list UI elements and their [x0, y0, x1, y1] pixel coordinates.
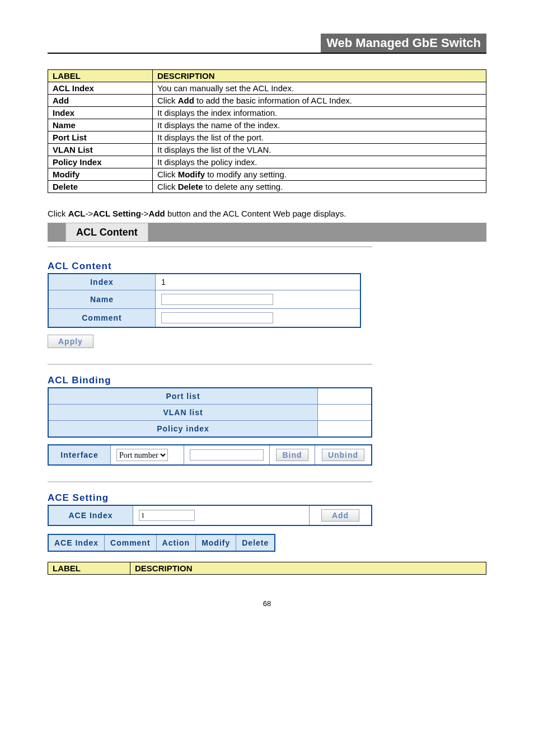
row-comment: Comment: [48, 309, 360, 328]
row-desc: Click Add to add the basic information o…: [153, 95, 486, 107]
section-title-acl-content: ACL Content: [48, 261, 486, 272]
cell-bind: Bind: [270, 445, 315, 465]
comment-input[interactable]: [161, 312, 273, 323]
row-label: Name: [48, 119, 153, 132]
divider: [48, 246, 372, 247]
label-description-table: LABEL DESCRIPTION ACL Index You can manu…: [48, 69, 486, 193]
th-description: DESCRIPTION: [153, 70, 486, 82]
ace-index-table: ACE Index Add: [48, 505, 372, 526]
row-desc: It displays the list of the port.: [153, 132, 486, 144]
tab-spacer-left: [48, 223, 65, 242]
row-ace-index: ACE Index Add: [48, 505, 372, 525]
table-row: Index It displays the index information.: [48, 107, 486, 119]
apply-button[interactable]: Apply: [48, 335, 93, 348]
row-vlan-list: VLAN list: [48, 405, 372, 421]
row-label: Modify: [48, 168, 153, 181]
row-desc: You can manually set the ACL Index.: [153, 82, 486, 95]
row-desc: It displays the policy index.: [153, 156, 486, 168]
th-modify: Modify: [196, 534, 236, 551]
row-label: ACL Index: [48, 82, 153, 95]
cell-comment-value: [156, 309, 361, 328]
label-port-list: Port list: [48, 388, 318, 405]
acl-binding-table: Port list VLAN list Policy index: [48, 387, 372, 438]
ace-list-header: ACE Index Comment Action Modify Delete: [48, 534, 275, 551]
interface-select[interactable]: Port number: [116, 449, 168, 461]
row-desc: It displays the index information.: [153, 107, 486, 119]
table-row: Modify Click Modify to modify any settin…: [48, 168, 486, 181]
interface-bind-table: Interface Port number Bind Unbind: [48, 444, 372, 466]
table-row: Port List It displays the list of the po…: [48, 132, 486, 144]
ace-list-table: ACE Index Comment Action Modify Delete: [48, 534, 275, 552]
table-row: Name It displays the name of the index.: [48, 119, 486, 132]
cell-add: Add: [310, 505, 372, 525]
label-ace-index: ACE Index: [48, 505, 133, 525]
row-desc: It displays the list of the VLAN.: [153, 144, 486, 156]
cell-name-value: [156, 290, 361, 309]
cell-policy-index-value: [318, 421, 372, 438]
row-label: Add: [48, 95, 153, 107]
label-name: Name: [48, 290, 156, 309]
section-title-ace-setting: ACE Setting: [48, 492, 486, 504]
cell-interface-input: [184, 445, 270, 465]
cell-interface-select: Port number: [111, 445, 184, 465]
th-description: DESCRIPTION: [130, 562, 486, 575]
bind-button[interactable]: Bind: [276, 449, 308, 461]
row-desc: Click Modify to modify any setting.: [153, 168, 486, 181]
cell-ace-index-input: [133, 505, 310, 525]
th-label: LABEL: [48, 562, 130, 575]
row-label: Index: [48, 107, 153, 119]
name-input[interactable]: [161, 294, 273, 305]
table-header-row: LABEL DESCRIPTION: [48, 562, 486, 575]
row-label: Port List: [48, 132, 153, 144]
cell-vlan-list-value: [318, 405, 372, 421]
unbind-button[interactable]: Unbind: [322, 449, 364, 461]
label-index: Index: [48, 274, 156, 290]
table-header-row: LABEL DESCRIPTION: [48, 70, 486, 82]
row-index: Index 1: [48, 274, 360, 290]
row-port-list: Port list: [48, 388, 372, 405]
cell-unbind: Unbind: [315, 445, 372, 465]
header-title: Web Managed GbE Switch: [321, 34, 486, 53]
divider: [48, 364, 372, 365]
table-row: Add Click Add to add the basic informati…: [48, 95, 486, 107]
th-action: Action: [156, 534, 196, 551]
ace-index-input[interactable]: [139, 510, 195, 521]
label-vlan-list: VLAN list: [48, 405, 318, 421]
th-delete: Delete: [236, 534, 275, 551]
table-row: ACL Index You can manually set the ACL I…: [48, 82, 486, 95]
th-ace-index: ACE Index: [48, 534, 105, 551]
row-policy-index: Policy index: [48, 421, 372, 438]
row-label: Delete: [48, 181, 153, 193]
row-desc: It displays the name of the index.: [153, 119, 486, 132]
cell-index-value: 1: [156, 274, 361, 290]
row-label: Policy Index: [48, 156, 153, 168]
cell-port-list-value: [318, 388, 372, 405]
section-title-acl-binding: ACL Binding: [48, 375, 486, 386]
add-button[interactable]: Add: [321, 509, 359, 522]
row-desc: Click Delete to delete any setting.: [153, 181, 486, 193]
acl-content-table: Index 1 Name Comment: [48, 273, 361, 328]
table-row: Policy Index It displays the policy inde…: [48, 156, 486, 168]
th-label: LABEL: [48, 70, 153, 82]
page-number: 68: [48, 599, 486, 608]
row-interface: Interface Port number Bind Unbind: [48, 445, 372, 465]
index-value: 1: [161, 278, 166, 287]
table-row: Delete Click Delete to delete any settin…: [48, 181, 486, 193]
row-label: VLAN List: [48, 144, 153, 156]
tab-acl-content[interactable]: ACL Content: [65, 223, 148, 242]
tab-spacer-right: [148, 223, 486, 242]
table-row: VLAN List It displays the list of the VL…: [48, 144, 486, 156]
page-header: Web Managed GbE Switch: [48, 34, 486, 54]
interface-input[interactable]: [190, 449, 264, 461]
tab-bar: ACL Content: [48, 223, 486, 242]
th-comment: Comment: [105, 534, 157, 551]
instruction-text: Click ACL->ACL Setting->Add button and t…: [48, 209, 486, 218]
row-name: Name: [48, 290, 360, 309]
divider: [48, 481, 372, 482]
label-interface: Interface: [48, 445, 111, 465]
label-comment: Comment: [48, 309, 156, 328]
label-description-table-2: LABEL DESCRIPTION: [48, 562, 486, 575]
label-policy-index: Policy index: [48, 421, 318, 438]
